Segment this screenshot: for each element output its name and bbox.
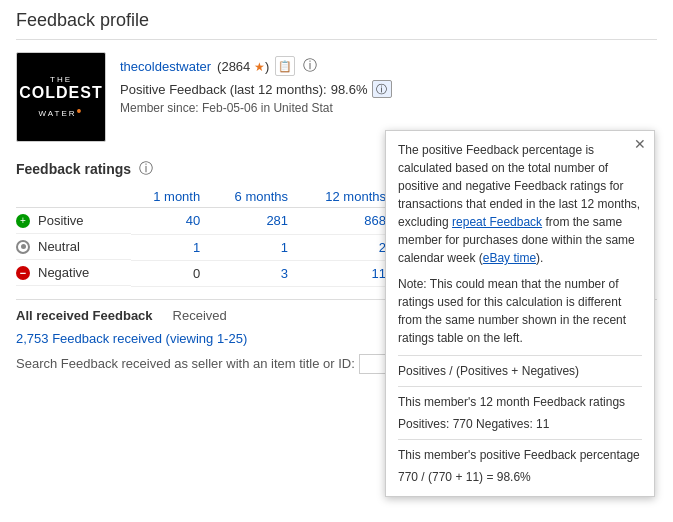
positive-icon: + [16, 214, 30, 228]
received-sub-label: Received [173, 308, 227, 323]
tooltip-calculation: 770 / (770 + 11) = 98.6% [398, 468, 642, 486]
logo-coldest-text: COLDEST [19, 84, 102, 102]
neutral-6months: 1 [210, 234, 298, 260]
logo-the-text: THE [19, 75, 102, 84]
neutral-label-cell: Neutral [16, 234, 131, 260]
page-container: Feedback profile THE COLDEST WATER• thec… [0, 0, 673, 384]
table-row: Neutral 1 1 2 [16, 234, 396, 260]
logo-water-text: WATER• [19, 103, 102, 119]
profile-logo: THE COLDEST WATER• [16, 52, 106, 142]
positive-12months: 868 [298, 208, 396, 235]
profile-username-link[interactable]: thecoldestwater [120, 59, 211, 74]
tooltip-divider3 [398, 439, 642, 440]
profile-section: THE COLDEST WATER• thecoldestwater (2864… [16, 52, 657, 142]
feedback-count-link[interactable]: 2,753 Feedback received (viewing 1-25) [16, 331, 247, 346]
profile-rating: (2864 ★) [217, 59, 269, 74]
ratings-info-icon[interactable]: ⓘ [137, 160, 155, 178]
logo-inner: THE COLDEST WATER• [16, 69, 106, 126]
profile-name-line: thecoldestwater (2864 ★) 📋 ⓘ [120, 56, 392, 76]
copy-button[interactable]: 📋 [275, 56, 295, 76]
negative-6months: 3 [210, 260, 298, 286]
tooltip-divider2 [398, 386, 642, 387]
table-row: − Negative 0 3 11 [16, 260, 396, 286]
table-row: + Positive 40 281 868 [16, 208, 396, 235]
neutral-icon [16, 240, 30, 254]
col-header-12months: 12 months [298, 186, 396, 208]
positive-feedback-info-btn[interactable]: ⓘ [372, 80, 392, 98]
repeat-feedback-link[interactable]: repeat Feedback [452, 215, 542, 229]
positive-6months: 281 [210, 208, 298, 235]
negative-label-cell: − Negative [16, 260, 131, 286]
tooltip-percentage-label: This member's positive Feedback percenta… [398, 446, 642, 464]
page-title: Feedback profile [16, 10, 657, 40]
profile-info-icon[interactable]: ⓘ [301, 57, 319, 75]
star-icon: ★ [254, 60, 265, 74]
negative-12months: 11 [298, 260, 396, 286]
negative-icon: − [16, 266, 30, 280]
received-label: All received Feedback [16, 308, 153, 323]
tooltip-ratings-label: This member's 12 month Feedback ratings [398, 393, 642, 411]
tooltip-close-button[interactable]: ✕ [634, 137, 646, 151]
tooltip-formula: Positives / (Positives + Negatives) [398, 362, 642, 380]
col-header-1month: 1 month [131, 186, 210, 208]
neutral-1month: 1 [131, 234, 210, 260]
member-since: Member since: Feb-05-06 in United Stat [120, 101, 392, 115]
positive-feedback-line: Positive Feedback (last 12 months): 98.6… [120, 80, 392, 98]
neutral-12months: 2 [298, 234, 396, 260]
tooltip-popup: ✕ The positive Feedback percentage is ca… [385, 130, 655, 497]
tooltip-divider [398, 355, 642, 356]
ratings-table: 1 month 6 months 12 months + Positive 40… [16, 186, 396, 287]
ebay-time-link[interactable]: eBay time [483, 251, 536, 265]
positive-1month: 40 [131, 208, 210, 235]
profile-info: thecoldestwater (2864 ★) 📋 ⓘ Positive Fe… [120, 52, 392, 115]
col-header-6months: 6 months [210, 186, 298, 208]
tooltip-para1: The positive Feedback percentage is calc… [398, 141, 642, 267]
positive-label-cell: + Positive [16, 208, 131, 234]
col-header-type [16, 186, 131, 208]
negative-1month: 0 [131, 260, 210, 286]
tooltip-para2: Note: This could mean that the number of… [398, 275, 642, 347]
logo-dot: • [77, 103, 84, 119]
tooltip-numbers: Positives: 770 Negatives: 11 [398, 415, 642, 433]
